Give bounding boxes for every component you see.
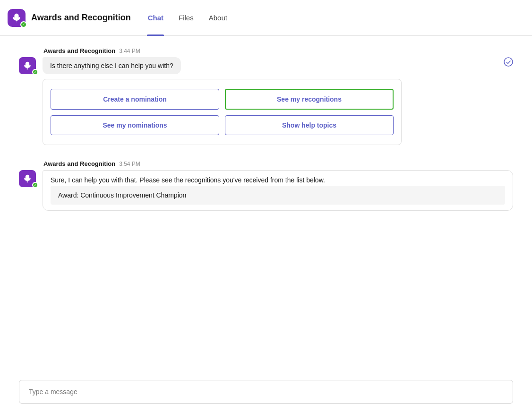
message-meta-2: Awards and Recognition 3:54 PM <box>19 160 513 167</box>
message-meta-1: Awards and Recognition 3:44 PM <box>19 47 513 54</box>
bot-avatar-wrapper-1 <box>19 57 37 74</box>
trophy-icon <box>11 13 22 23</box>
message-row-2: Sure, I can help you with that. Please s… <box>19 170 513 211</box>
reaction-area-1 <box>504 57 513 71</box>
app-title: Awards and Recognition <box>31 13 131 23</box>
app-icon-wrapper <box>8 9 26 27</box>
message-content-1: Is there anything else I can help you wi… <box>43 57 498 145</box>
message-bubble-2: Sure, I can help you with that. Please s… <box>43 170 513 211</box>
online-indicator <box>20 21 27 28</box>
message-text-2: Sure, I can help you with that. Please s… <box>51 176 325 184</box>
svg-point-0 <box>504 58 513 66</box>
chat-area: Awards and Recognition 3:44 PM Is there … <box>0 36 532 226</box>
see-my-nominations-button[interactable]: See my nominations <box>51 115 219 135</box>
sender-name-1: Awards and Recognition <box>43 47 115 54</box>
show-help-topics-button[interactable]: Show help topics <box>225 115 394 135</box>
reaction-check-icon <box>504 57 513 69</box>
message-bubble-1: Is there anything else I can help you wi… <box>43 57 181 74</box>
sender-name-2: Awards and Recognition <box>43 160 115 167</box>
tab-files[interactable]: Files <box>173 0 199 36</box>
nav-tabs: Chat Files About <box>142 0 233 35</box>
action-card-1: Create a nomination See my recognitions … <box>43 79 402 145</box>
award-row: Award: Continuous Improvement Champion <box>51 186 505 205</box>
message-block-1: Awards and Recognition 3:44 PM Is there … <box>19 47 513 145</box>
message-input-area <box>0 374 532 413</box>
trophy-icon-avatar <box>23 61 32 70</box>
message-time-1: 3:44 PM <box>119 48 140 54</box>
message-time-2: 3:54 PM <box>119 161 140 167</box>
tab-about[interactable]: About <box>203 0 233 36</box>
trophy-icon-avatar-2 <box>23 174 32 183</box>
create-nomination-button[interactable]: Create a nomination <box>51 89 219 110</box>
bot-avatar-wrapper-2 <box>19 170 37 187</box>
see-my-recognitions-button[interactable]: See my recognitions <box>225 89 394 110</box>
message-block-2: Awards and Recognition 3:54 PM Sure, I c… <box>19 160 513 211</box>
avatar-online-2 <box>32 182 38 188</box>
tab-chat[interactable]: Chat <box>142 0 169 36</box>
message-row-1: Is there anything else I can help you wi… <box>19 57 513 145</box>
app-header: Awards and Recognition Chat Files About <box>0 0 532 36</box>
message-input[interactable] <box>19 380 513 404</box>
avatar-online-1 <box>32 69 38 75</box>
message-content-2: Sure, I can help you with that. Please s… <box>43 170 513 211</box>
